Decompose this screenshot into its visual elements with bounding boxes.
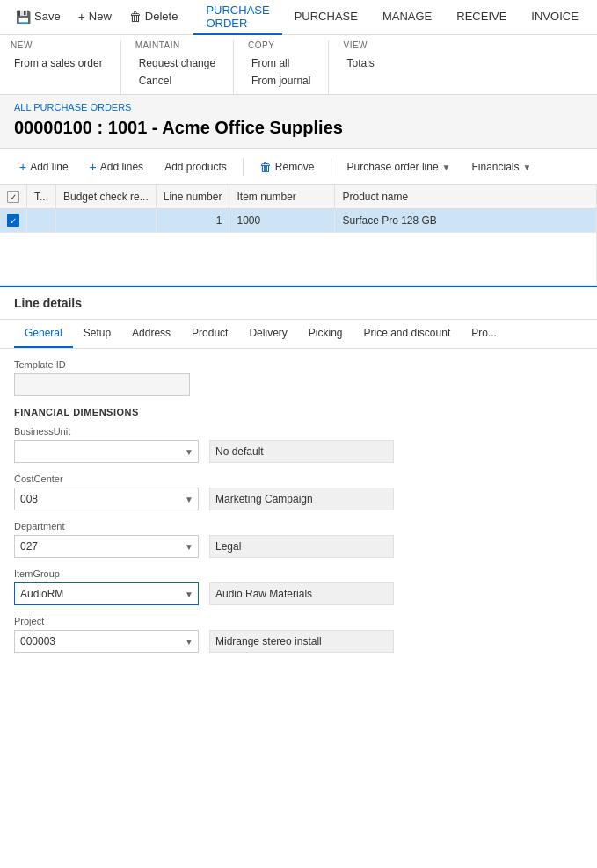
table-row[interactable]: 1 1000 Surface Pro 128 GB [0, 209, 597, 233]
line-details-tabs: General Setup Address Product Delivery P… [0, 320, 597, 349]
breadcrumb[interactable]: ALL PURCHASE ORDERS [14, 102, 583, 112]
cost-center-select[interactable]: 008 [14, 488, 199, 510]
tab-address[interactable]: Address [121, 320, 181, 348]
template-id-input[interactable] [14, 373, 190, 396]
add-products-button[interactable]: Add products [156, 157, 236, 177]
save-icon: 💾 [16, 10, 31, 24]
business-unit-select-wrapper: ▼ [14, 440, 199, 463]
add-products-label: Add products [164, 161, 227, 173]
order-lines-table: T... Budget check re... Line number Item… [0, 185, 597, 286]
tab-receive[interactable]: RECEIVE [444, 0, 519, 35]
item-group-readonly: Audio Raw Materials [209, 582, 394, 605]
financials-label: Financials [472, 161, 520, 173]
col-header-check[interactable] [0, 185, 27, 209]
delete-button[interactable]: 🗑 Delete [120, 0, 187, 35]
financials-button[interactable]: Financials ▼ [463, 157, 541, 177]
purchase-order-line-arrow: ▼ [442, 163, 451, 172]
tab-product[interactable]: Product [181, 320, 238, 348]
new-label: New [89, 10, 112, 23]
project-readonly: Midrange stereo install [209, 630, 394, 653]
add-line-button[interactable]: + Add line [11, 156, 77, 177]
ribbon-totals[interactable]: Totals [343, 55, 377, 71]
tab-invoice[interactable]: INVOICE [519, 0, 590, 35]
project-select[interactable]: 000003 [14, 630, 199, 653]
department-select-wrapper: 027 ▼ [14, 535, 199, 558]
business-unit-select[interactable] [14, 440, 199, 463]
business-unit-field: BusinessUnit ▼ No default [14, 426, 583, 463]
ribbon-group-copy: COPY From all From journal [248, 40, 329, 94]
tab-setup[interactable]: Setup [73, 320, 121, 348]
project-label: Project [14, 616, 583, 626]
cost-center-label: CostCenter [14, 474, 583, 484]
remove-label: Remove [275, 161, 315, 173]
top-nav: 💾 Save + New 🗑 Delete PURCHASE ORDER PUR… [0, 0, 597, 35]
select-all-checkbox[interactable] [7, 191, 19, 203]
item-group-select-wrapper: AudioRM ▼ [14, 582, 199, 605]
delete-icon: 🗑 [129, 10, 142, 24]
business-unit-label: BusinessUnit [14, 426, 583, 437]
ribbon-request-change[interactable]: Request change [135, 55, 219, 71]
delete-label: Delete [145, 10, 178, 23]
ribbon-group-maintain: MAINTAIN Request change Cancel [135, 40, 234, 94]
tab-purchase[interactable]: PURCHASE [282, 0, 370, 35]
line-details-title: Line details [0, 287, 597, 320]
project-field: Project 000003 ▼ Midrange stereo install [14, 616, 583, 653]
tab-price-discount[interactable]: Price and discount [353, 320, 461, 348]
order-lines-table-container: T... Budget check re... Line number Item… [0, 185, 597, 286]
col-header-budget: Budget check re... [56, 185, 157, 209]
remove-icon: 🗑 [259, 160, 272, 174]
ribbon-maintain-items: Request change Cancel [135, 55, 219, 89]
ribbon: NEW From a sales order MAINTAIN Request … [0, 35, 597, 95]
item-group-label: ItemGroup [14, 568, 583, 579]
financials-arrow: ▼ [523, 163, 532, 172]
row-product-cell: Surface Pro 128 GB [335, 209, 597, 233]
tab-pro[interactable]: Pro... [461, 320, 507, 348]
ribbon-view-items: Totals [343, 55, 377, 71]
purchase-order-line-button[interactable]: Purchase order line ▼ [339, 157, 460, 177]
save-button[interactable]: 💾 Save [7, 0, 69, 35]
tab-delivery[interactable]: Delivery [238, 320, 297, 348]
row-linenum-cell: 1 [156, 209, 229, 233]
new-icon: + [78, 10, 85, 24]
col-header-product: Product name [335, 185, 597, 209]
template-id-field: Template ID [14, 359, 583, 396]
tab-general[interactable]: General [14, 320, 73, 348]
add-lines-label: Add lines [100, 161, 143, 173]
add-lines-button[interactable]: + Add lines [81, 156, 153, 177]
remove-button[interactable]: 🗑 Remove [251, 156, 324, 177]
save-label: Save [34, 10, 61, 23]
ribbon-group-view-label: VIEW [343, 40, 377, 50]
department-select[interactable]: 027 [14, 535, 199, 558]
purchase-order-line-label: Purchase order line [347, 161, 439, 173]
department-readonly: Legal [209, 535, 394, 558]
item-group-select[interactable]: AudioRM [14, 582, 199, 605]
row-checkbox[interactable] [7, 214, 19, 227]
ribbon-cancel[interactable]: Cancel [135, 73, 219, 89]
ribbon-copy-items: From all From journal [248, 55, 314, 89]
table-header-row: T... Budget check re... Line number Item… [0, 185, 597, 209]
financial-dimensions-header: FINANCIAL DIMENSIONS [14, 407, 583, 417]
template-id-label: Template ID [14, 359, 583, 370]
ribbon-group-copy-label: COPY [248, 40, 314, 50]
col-header-linenum: Line number [156, 185, 229, 209]
ribbon-from-sales-order[interactable]: From a sales order [11, 55, 106, 71]
page-title: 00000100 : 1001 - Acme Office Supplies [14, 118, 583, 138]
separator-1 [243, 158, 244, 176]
add-lines-icon: + [90, 160, 97, 174]
cost-center-readonly: Marketing Campaign [209, 488, 394, 510]
new-button[interactable]: + New [69, 0, 120, 35]
add-line-icon: + [19, 160, 26, 174]
ribbon-from-journal[interactable]: From journal [248, 73, 314, 89]
department-field: Department 027 ▼ Legal [14, 521, 583, 558]
cost-center-field: CostCenter 008 ▼ Marketing Campaign [14, 474, 583, 510]
ribbon-group-maintain-label: MAINTAIN [135, 40, 219, 50]
row-item-cell: 1000 [229, 209, 335, 233]
ribbon-new-items: From a sales order [11, 55, 106, 71]
tab-purchase-order[interactable]: PURCHASE ORDER [193, 0, 281, 35]
separator-2 [331, 158, 331, 176]
tab-picking[interactable]: Picking [298, 320, 353, 348]
row-checkbox-cell[interactable] [0, 209, 27, 233]
business-unit-readonly: No default [209, 440, 394, 463]
ribbon-from-all[interactable]: From all [248, 55, 314, 71]
tab-manage[interactable]: MANAGE [370, 0, 444, 35]
